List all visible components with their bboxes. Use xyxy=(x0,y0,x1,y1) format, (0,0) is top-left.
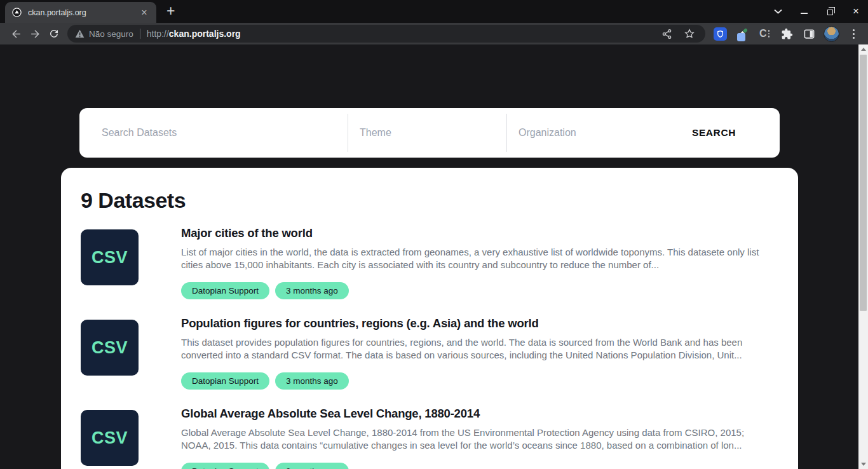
back-icon[interactable] xyxy=(6,25,25,43)
csv-format-tile: CSV xyxy=(81,410,139,466)
side-panel-icon[interactable] xyxy=(801,25,817,42)
search-button[interactable]: SEARCH xyxy=(692,127,736,139)
extension-area: C xyxy=(712,25,862,42)
bookmark-star-icon[interactable] xyxy=(684,28,695,39)
window-controls: × xyxy=(773,0,860,23)
organization-field: SEARCH xyxy=(507,108,780,158)
dataset-list-item[interactable]: CSV Major cities of the world List of ma… xyxy=(81,229,778,299)
share-icon[interactable] xyxy=(661,29,672,39)
browser-toolbar: Não seguro http:// ckan.portaljs.org xyxy=(0,23,868,44)
search-datasets-input[interactable] xyxy=(102,127,348,139)
omnibox-actions xyxy=(661,28,695,39)
dataset-body: Global Average Absolute Sea Level Change… xyxy=(181,407,776,469)
dataset-title[interactable]: Population figures for countries, region… xyxy=(181,316,776,330)
tab-strip: ckan.portaljs.org × + × xyxy=(0,0,868,23)
minimize-button[interactable] xyxy=(799,7,808,16)
dataset-title[interactable]: Major cities of the world xyxy=(181,226,776,240)
forward-icon[interactable] xyxy=(25,25,44,43)
csv-format-tile: CSV xyxy=(81,320,139,376)
extensions-puzzle-icon[interactable] xyxy=(778,25,795,42)
tab-close-icon[interactable]: × xyxy=(139,7,150,18)
dataset-description: List of major cities in the world, the d… xyxy=(181,246,776,271)
not-secure-warning-icon xyxy=(75,29,85,38)
dataset-title[interactable]: Global Average Absolute Sea Level Change… xyxy=(181,407,776,421)
organization-input[interactable] xyxy=(519,127,692,139)
scroll-down-icon[interactable] xyxy=(858,459,868,469)
results-card: 9 Datasets CSV Major cities of the world… xyxy=(61,168,798,469)
scrollbar-thumb[interactable] xyxy=(860,55,867,311)
tab-title: ckan.portaljs.org xyxy=(28,8,139,17)
dataset-list-item[interactable]: CSV Global Average Absolute Sea Level Ch… xyxy=(81,410,778,469)
dataset-description: This dataset provides population figures… xyxy=(181,336,776,362)
browser-chrome: ckan.portaljs.org × + × Não seguro xyxy=(0,0,868,44)
dataset-body: Major cities of the world List of major … xyxy=(181,226,776,299)
organization-badge[interactable]: Datopian Support xyxy=(181,463,269,469)
organization-badge[interactable]: Datopian Support xyxy=(181,282,269,299)
updated-badge: 3 months ago xyxy=(275,463,349,469)
dataset-badges: Datopian Support 3 months ago xyxy=(181,282,776,299)
url-scheme: http:// xyxy=(147,29,169,39)
updated-badge: 3 months ago xyxy=(275,372,349,390)
browser-tab[interactable]: ckan.portaljs.org × xyxy=(5,2,156,23)
results-count-heading: 9 Datasets xyxy=(81,188,778,213)
profile-avatar[interactable] xyxy=(823,25,839,42)
theme-field xyxy=(348,108,506,158)
scroll-up-icon[interactable] xyxy=(858,44,868,54)
theme-input[interactable] xyxy=(360,127,506,139)
new-tab-button[interactable]: + xyxy=(166,3,175,20)
window-close-button[interactable]: × xyxy=(851,7,860,16)
dataset-badges: Datopian Support 3 months ago xyxy=(181,372,776,390)
page-content: SEARCH 9 Datasets CSV Major cities of th… xyxy=(0,44,858,469)
csv-format-tile: CSV xyxy=(81,229,139,285)
security-status-label: Não seguro xyxy=(89,29,133,39)
url-domain: ckan.portaljs.org xyxy=(169,29,241,39)
organization-badge[interactable]: Datopian Support xyxy=(181,372,269,390)
dataset-body: Population figures for countries, region… xyxy=(181,316,776,390)
search-datasets-field xyxy=(79,108,348,158)
bitwarden-extension-icon[interactable] xyxy=(712,25,728,42)
search-bar-card: SEARCH xyxy=(79,108,780,158)
restore-button[interactable] xyxy=(825,7,834,16)
dataset-badges: Datopian Support 3 months ago xyxy=(181,463,776,469)
page-scrollbar[interactable] xyxy=(858,44,868,469)
browser-menu-icon[interactable] xyxy=(845,25,862,42)
address-bar[interactable]: Não seguro http:// ckan.portaljs.org xyxy=(67,25,705,43)
updated-badge: 3 months ago xyxy=(275,282,349,299)
colorzilla-extension-icon[interactable]: C xyxy=(756,25,773,42)
reload-icon[interactable] xyxy=(44,25,64,43)
dataset-description: Global Average Absolute Sea Level Change… xyxy=(181,426,776,452)
site-favicon-icon xyxy=(11,7,22,18)
eyedropper-extension-icon[interactable] xyxy=(734,25,750,42)
tab-search-chevron-icon[interactable] xyxy=(773,7,782,16)
divider xyxy=(140,29,140,39)
dataset-list-item[interactable]: CSV Population figures for countries, re… xyxy=(81,320,778,390)
